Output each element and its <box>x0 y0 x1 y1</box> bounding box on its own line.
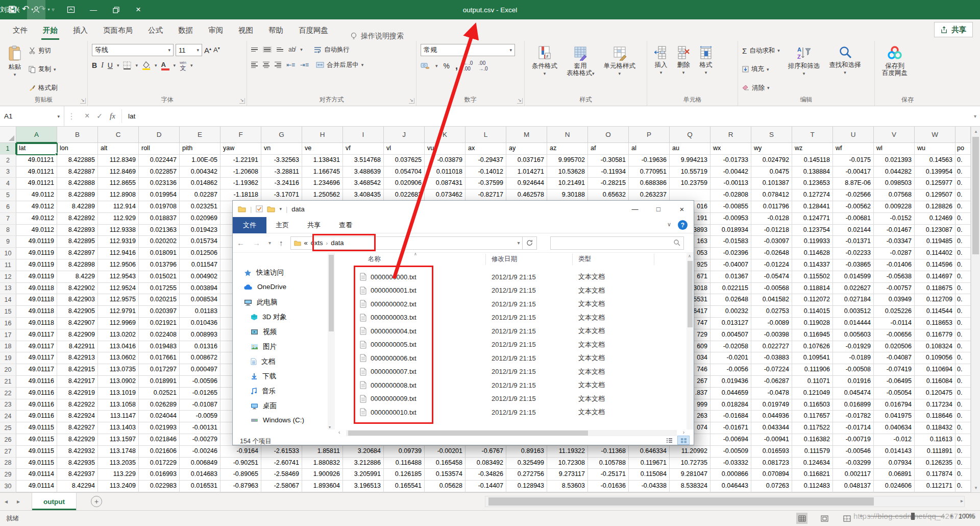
cell-X2-clipped[interactable]: 0. <box>955 155 971 166</box>
cell-O29[interactable]: -0.25171 <box>588 469 629 481</box>
cell-S14[interactable]: 0.041582 <box>751 294 792 306</box>
column-header-R[interactable]: R <box>710 127 751 143</box>
cell-H2[interactable]: 1.138431 <box>302 155 343 166</box>
sidebar-item-此电脑[interactable]: 此电脑 <box>244 298 278 307</box>
cell-W26[interactable]: 0.11613 <box>915 434 955 446</box>
cell-R17[interactable]: 0.004507 <box>710 329 751 341</box>
cell-A15[interactable]: 49.01118 <box>16 306 57 318</box>
normal-view-icon[interactable] <box>796 513 807 524</box>
cell-T23[interactable]: 0.116503 <box>792 399 833 411</box>
cell-V26[interactable]: -0.012 <box>874 434 915 446</box>
cell-W4[interactable]: 0.125977 <box>915 178 955 189</box>
sheet-nav-left-icon[interactable]: ◂ <box>0 498 12 505</box>
cell-L30[interactable]: -0.14407 <box>465 481 506 492</box>
paste-button[interactable]: 粘贴▾ <box>4 44 26 94</box>
cell-U25[interactable]: -0.01714 <box>833 422 874 434</box>
cell-H3[interactable]: 1.166745 <box>302 166 343 178</box>
restore-button[interactable] <box>105 0 127 19</box>
cell-B14[interactable]: 8.422903 <box>57 294 98 306</box>
cell-V14[interactable]: 0.03949 <box>874 294 915 306</box>
cell-W20[interactable]: 0.110694 <box>915 364 955 376</box>
cell-X10-clipped[interactable]: 0. <box>955 248 971 259</box>
cell-O3[interactable]: -0.11934 <box>588 166 629 178</box>
cell-L4[interactable]: -0.37599 <box>465 178 506 189</box>
sidebar-scrollbar[interactable]: ▾ <box>328 253 335 429</box>
name-box[interactable]: A1▾ <box>0 106 64 126</box>
sheet-tab-output[interactable]: output <box>32 493 77 510</box>
cell-R2[interactable]: -0.01733 <box>710 155 751 166</box>
cell-B20[interactable]: 8.422915 <box>57 364 98 376</box>
cell-V15[interactable]: 0.025226 <box>874 306 915 318</box>
cell-W28[interactable]: 0.126235 <box>915 458 955 469</box>
ribbon-tab-文件[interactable]: 文件 <box>5 19 35 41</box>
cell-E10[interactable]: 0.012506 <box>180 248 220 259</box>
cell-R3[interactable]: -0.00442 <box>710 166 751 178</box>
scroll-down-icon[interactable]: ▾ <box>971 483 980 492</box>
cell-P29[interactable]: 0.115084 <box>629 469 670 481</box>
cell-R8[interactable]: 0.018934 <box>710 225 751 236</box>
row-number-24[interactable]: 24 <box>0 411 16 422</box>
column-header-G[interactable]: G <box>261 127 302 143</box>
cell-X12-clipped[interactable]: 0. <box>955 271 971 283</box>
row-number-6[interactable]: 6 <box>0 201 16 213</box>
cell-X20-clipped[interactable]: 0. <box>955 364 971 376</box>
cell-W6[interactable]: 0.128826 <box>915 201 955 213</box>
cell-E8[interactable]: 0.019423 <box>180 225 220 236</box>
cell-L2[interactable]: -0.29437 <box>465 155 506 166</box>
cell-X27-clipped[interactable]: 0. <box>955 446 971 458</box>
cell-A10[interactable]: 49.01119 <box>16 248 57 259</box>
cell-O4[interactable]: -0.28215 <box>588 178 629 189</box>
cell-B1[interactable]: lon <box>57 143 98 155</box>
row-number-23[interactable]: 23 <box>0 399 16 411</box>
alignment-dialog-launcher-icon[interactable]: ↘ <box>409 98 414 104</box>
font-family-combo[interactable]: 等线▾ <box>92 44 174 56</box>
horizontal-scrollbar[interactable]: ▸ <box>485 496 965 507</box>
align-center-icon[interactable] <box>263 62 270 68</box>
cell-N29[interactable]: 9.273117 <box>547 469 588 481</box>
explorer-close-button[interactable]: × <box>670 201 694 217</box>
cell-V27[interactable]: 0.014143 <box>874 446 915 458</box>
cell-I3[interactable]: 3.488639 <box>343 166 384 178</box>
undo-icon[interactable]: ↶ <box>22 3 29 16</box>
cell-D2[interactable]: 0.022447 <box>139 155 180 166</box>
cell-P5[interactable]: 0.263237 <box>629 189 670 201</box>
cell-S15[interactable]: 0.02753 <box>751 306 792 318</box>
cell-I27[interactable]: 3.20684 <box>343 446 384 458</box>
row-number-12[interactable]: 12 <box>0 271 16 283</box>
cell-T2[interactable]: 0.145118 <box>792 155 833 166</box>
cell-Q1[interactable]: au <box>670 143 710 155</box>
cell-T10[interactable]: 0.114628 <box>792 248 833 259</box>
cell-E3[interactable]: 0.004342 <box>180 166 220 178</box>
cell-U23[interactable]: 0.016899 <box>833 399 874 411</box>
cell-D10[interactable]: 0.018091 <box>139 248 180 259</box>
cell-D14[interactable]: 0.020215 <box>139 294 180 306</box>
row-number-15[interactable]: 15 <box>0 306 16 318</box>
accounting-format-icon[interactable] <box>421 62 430 69</box>
formula-content[interactable]: lat <box>122 112 974 120</box>
column-header-V[interactable]: V <box>874 127 915 143</box>
cell-F29[interactable]: -0.89065 <box>220 469 261 481</box>
cell-R15[interactable]: 0.00232 <box>710 306 751 318</box>
cell-F5[interactable]: -1.18118 <box>220 189 261 201</box>
column-header-I[interactable]: I <box>343 127 384 143</box>
cell-L1[interactable]: ax <box>465 143 506 155</box>
cell-T9[interactable]: 0.119933 <box>792 236 833 248</box>
cell-T24[interactable]: 0.117657 <box>792 411 833 422</box>
share-button[interactable]: 共享 <box>934 22 973 37</box>
cell-E28[interactable]: 0.006849 <box>180 458 220 469</box>
cell-E22[interactable]: -0.01265 <box>180 388 220 399</box>
cell-E9[interactable]: 0.015734 <box>180 236 220 248</box>
cell-W3[interactable]: 0.139954 <box>915 166 955 178</box>
cell-X9-clipped[interactable]: 0. <box>955 236 971 248</box>
cell-D13[interactable]: 0.017255 <box>139 283 180 295</box>
sidebar-scroll-down-icon[interactable]: ▾ <box>329 425 331 429</box>
fill-button[interactable]: 填充▾ <box>742 64 780 75</box>
cell-K29[interactable]: 0.153574 <box>425 469 465 481</box>
cell-U10[interactable]: -0.02233 <box>833 248 874 259</box>
cell-R18[interactable]: -0.02058 <box>710 341 751 353</box>
cell-X16-clipped[interactable]: 0. <box>955 318 971 329</box>
cell-T22[interactable]: 0.121049 <box>792 388 833 399</box>
cell-B25[interactable]: 8.422927 <box>57 422 98 434</box>
cell-X21-clipped[interactable]: 0. <box>955 376 971 388</box>
cell-T27[interactable]: 0.111579 <box>792 446 833 458</box>
